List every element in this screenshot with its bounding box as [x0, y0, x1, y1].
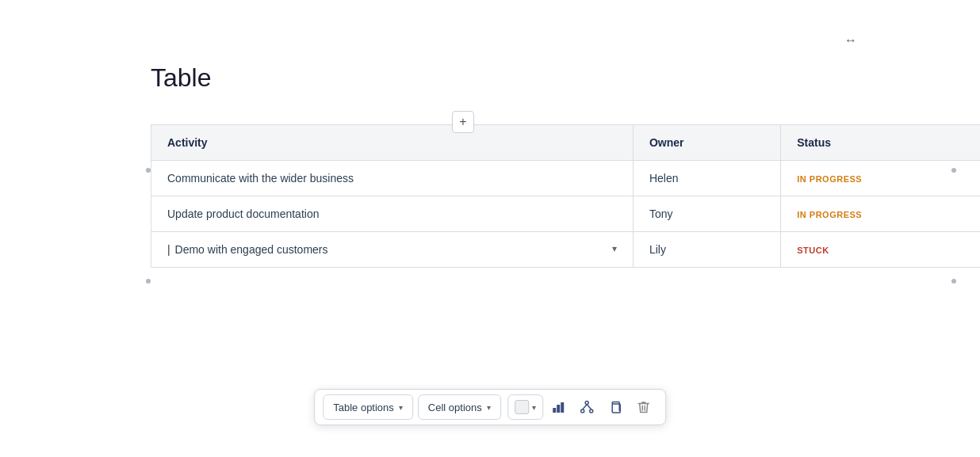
svg-point-3: [585, 402, 588, 405]
cell-owner-3: Lily: [633, 232, 780, 268]
color-picker-button[interactable]: ▾: [507, 394, 543, 420]
bar-chart-icon: [551, 400, 565, 414]
status-badge-2: IN PROGRESS: [797, 210, 862, 219]
svg-line-6: [582, 405, 587, 410]
delete-button[interactable]: [630, 394, 657, 420]
cell-activity-3: | Demo with engaged customers ▾: [151, 232, 634, 268]
resize-corner-tl: [146, 279, 151, 284]
cell-activity-2: Update product documentation: [151, 196, 634, 232]
cell-status-3: STUCK: [781, 232, 980, 268]
svg-rect-0: [553, 408, 556, 413]
hierarchy-button[interactable]: [573, 394, 600, 420]
resize-corner-br: [951, 168, 956, 173]
cell-status-1: IN PROGRESS: [781, 161, 980, 196]
cell-owner-2: Tony: [633, 196, 780, 232]
copy-button[interactable]: [602, 394, 629, 420]
resize-corner-bl: [146, 168, 151, 173]
color-swatch: [515, 400, 529, 414]
page-title: Table: [151, 63, 956, 93]
cell-options-label: Cell options: [428, 402, 482, 413]
column-header-status: Status: [781, 125, 980, 161]
resize-handle-icon[interactable]: ↔: [844, 33, 857, 48]
table-row: Communicate with the wider business Hele…: [151, 161, 981, 196]
table-options-label: Table options: [333, 402, 394, 413]
status-badge-3: STUCK: [797, 246, 829, 255]
cell-dropdown-icon[interactable]: ▾: [612, 243, 617, 254]
color-chevron-icon: ▾: [532, 403, 536, 412]
copy-icon: [608, 400, 622, 414]
add-column-button[interactable]: +: [452, 111, 474, 133]
plus-icon: +: [459, 115, 466, 129]
content-area: Table + Activity: [111, 63, 956, 268]
svg-line-7: [587, 405, 591, 410]
data-table: Activity Owner Status Communicate with t: [151, 124, 980, 268]
svg-rect-1: [557, 405, 560, 413]
trash-icon: [637, 400, 650, 414]
resize-corner-tr: [951, 279, 956, 284]
table-options-chevron-icon: ▾: [399, 403, 403, 412]
cell-owner-1: Helen: [633, 161, 780, 196]
toolbar: Table options ▾ Cell options ▾ ▾: [314, 389, 666, 425]
hierarchy-icon: [580, 400, 594, 414]
table-wrapper: + Activity Owner: [111, 124, 956, 268]
cursor-icon: |: [167, 243, 170, 256]
svg-rect-2: [561, 402, 564, 413]
page-container: ↔ Table + Activity: [0, 0, 980, 457]
cell-activity-1: Communicate with the wider business: [151, 161, 634, 196]
bar-chart-button[interactable]: [545, 394, 572, 420]
table-options-button[interactable]: Table options ▾: [323, 394, 413, 420]
table-row: Update product documentation Tony IN PRO…: [151, 196, 981, 232]
svg-point-5: [589, 409, 592, 413]
cell-options-chevron-icon: ▾: [487, 403, 491, 412]
svg-point-4: [580, 409, 584, 413]
cell-status-2: IN PROGRESS: [781, 196, 980, 232]
cell-options-button[interactable]: Cell options ▾: [418, 394, 501, 420]
table-row: | Demo with engaged customers ▾ Lily STU…: [151, 232, 981, 268]
status-badge-1: IN PROGRESS: [797, 174, 862, 184]
